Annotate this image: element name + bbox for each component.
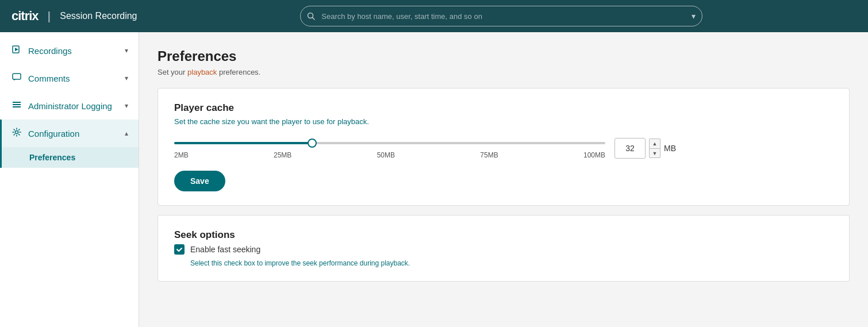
save-button[interactable]: Save [174, 171, 225, 191]
search-input[interactable] [300, 6, 702, 26]
recordings-label: Recordings [28, 46, 118, 56]
enable-fast-seeking-label: Enable fast seeking [190, 245, 260, 254]
recordings-icon [12, 45, 21, 56]
main-content: Preferences Set your playback preference… [139, 32, 868, 327]
seek-options-title: Seek options [174, 229, 833, 241]
spinner-buttons: ▲ ▼ [649, 139, 660, 158]
page-title: Preferences [158, 48, 850, 64]
sidebar-item-configuration[interactable]: Configuration ▴ [0, 120, 139, 147]
admin-logging-label: Administrator Logging [28, 101, 118, 111]
slider-track-bg [174, 142, 605, 144]
recordings-chevron-icon: ▾ [125, 47, 128, 55]
app-logo: citrix | Session Recording [11, 9, 137, 24]
app-header: citrix | Session Recording ▾ [0, 0, 868, 32]
svg-marker-3 [15, 48, 18, 51]
svg-line-1 [313, 18, 315, 20]
slider-track-wrap [174, 137, 605, 149]
svg-rect-6 [13, 104, 21, 105]
slider-label-75mb: 75MB [480, 151, 498, 159]
admin-logging-icon [12, 100, 21, 111]
enable-fast-seeking-checkbox[interactable] [174, 244, 185, 255]
search-bar: ▾ [300, 6, 702, 26]
unit-label: MB [664, 144, 676, 153]
citrix-logo: citrix [11, 9, 39, 24]
svg-rect-5 [13, 102, 21, 103]
slider-labels: 2MB 25MB 50MB 75MB 100MB [174, 151, 605, 159]
sidebar-item-comments[interactable]: Comments ▾ [0, 64, 139, 92]
slider-track-fill [174, 142, 312, 144]
spinner-down-button[interactable]: ▼ [649, 148, 660, 158]
slider-label-2mb: 2MB [174, 151, 189, 159]
sidebar: Recordings ▾ Comments ▾ Administrat [0, 32, 139, 327]
svg-rect-4 [13, 74, 21, 79]
cache-size-input[interactable] [614, 138, 646, 159]
subtitle-highlight: playback [187, 68, 217, 76]
slider-label-100mb: 100MB [583, 151, 605, 159]
player-cache-card: Player cache Set the cache size you want… [158, 88, 850, 206]
search-dropdown-icon[interactable]: ▾ [692, 11, 696, 21]
page-subtitle-text: Set your [158, 68, 187, 76]
configuration-chevron-icon: ▴ [125, 129, 128, 137]
sidebar-item-admin-logging[interactable]: Administrator Logging ▾ [0, 92, 139, 120]
slider-section: 2MB 25MB 50MB 75MB 100MB ▲ ▼ MB [174, 137, 833, 159]
fast-seeking-row: Enable fast seeking [174, 244, 833, 255]
slider-input-wrap: ▲ ▼ MB [614, 138, 676, 159]
comments-icon [12, 72, 21, 84]
comments-label: Comments [28, 74, 118, 83]
sidebar-subitem-preferences[interactable]: Preferences [0, 147, 139, 168]
seek-options-card: Seek options Enable fast seeking Select … [158, 215, 850, 282]
svg-point-8 [16, 131, 18, 134]
preferences-label: Preferences [29, 153, 75, 162]
search-icon [307, 12, 315, 20]
player-cache-title: Player cache [174, 102, 833, 114]
spinner-up-button[interactable]: ▲ [649, 139, 660, 148]
slider-thumb[interactable] [308, 139, 317, 148]
player-cache-description: Set the cache size you want the player t… [174, 117, 833, 126]
admin-logging-chevron-icon: ▾ [125, 102, 128, 110]
sidebar-item-recordings[interactable]: Recordings ▾ [0, 37, 139, 64]
main-layout: Recordings ▾ Comments ▾ Administrat [0, 32, 868, 327]
page-subtitle: Set your playback preferences. [158, 68, 850, 76]
seek-helper-text: Select this check box to improve the see… [190, 259, 833, 267]
app-title: Session Recording [60, 11, 137, 21]
slider-container: 2MB 25MB 50MB 75MB 100MB [174, 137, 605, 159]
subtitle-suffix: preferences. [217, 68, 260, 76]
slider-label-50mb: 50MB [377, 151, 395, 159]
configuration-icon [12, 128, 21, 139]
logo-divider: | [48, 10, 51, 23]
comments-chevron-icon: ▾ [125, 74, 128, 82]
svg-rect-7 [13, 106, 21, 107]
slider-label-25mb: 25MB [274, 151, 291, 159]
configuration-label: Configuration [28, 129, 118, 139]
